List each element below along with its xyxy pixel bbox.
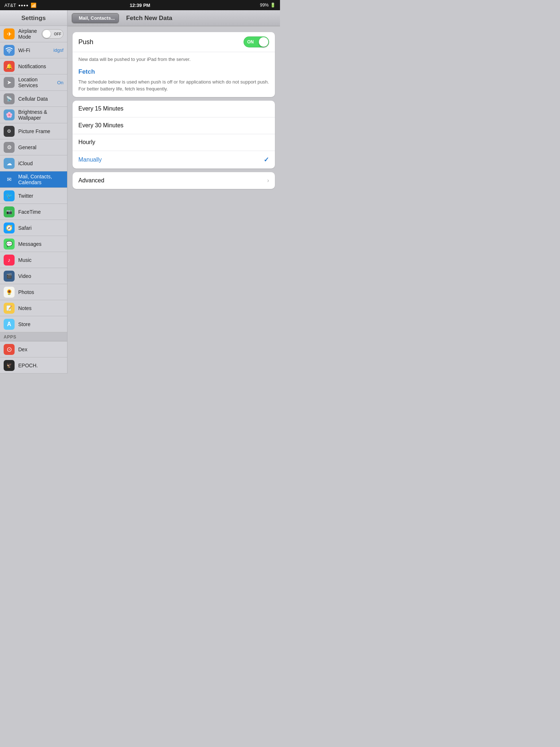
sidebar-item-label: Mail, Contacts, Calendars bbox=[18, 174, 63, 185]
sidebar-item-brightness-wallpaper[interactable]: 🌸 Brightness & Wallpaper bbox=[0, 107, 67, 123]
sidebar-item-epoch[interactable]: 🦅 EPOCH. bbox=[0, 357, 67, 374]
wifi-icon bbox=[4, 45, 15, 56]
sidebar-item-safari[interactable]: 🧭 Safari bbox=[0, 220, 67, 236]
mail-icon: ✉ bbox=[4, 174, 15, 185]
carrier-label: AT&T bbox=[4, 3, 16, 8]
sidebar-item-facetime[interactable]: 📷 FaceTime bbox=[0, 204, 67, 220]
sidebar-item-photos[interactable]: 🌻 Photos bbox=[0, 284, 67, 300]
sidebar-item-label: Airplane Mode bbox=[18, 28, 42, 40]
push-on-label: ON bbox=[247, 39, 254, 44]
sidebar-item-dex[interactable]: ⊙ Dex bbox=[0, 341, 67, 357]
fetch-option-every-30[interactable]: Every 30 Minutes bbox=[73, 117, 275, 134]
music-icon: ♪ bbox=[4, 255, 15, 266]
sidebar-item-twitter[interactable]: 🐦 Twitter bbox=[0, 188, 67, 204]
advanced-label: Advanced bbox=[78, 177, 267, 184]
fetch-option-label: Every 15 Minutes bbox=[78, 105, 269, 112]
fetch-option-hourly[interactable]: Hourly bbox=[73, 134, 275, 151]
sidebar-item-messages[interactable]: 💬 Messages bbox=[0, 236, 67, 252]
dex-icon: ⊙ bbox=[4, 344, 15, 355]
sidebar-item-label: Wi-Fi bbox=[18, 47, 52, 53]
advanced-card: Advanced › bbox=[73, 172, 275, 189]
sidebar-item-label: Cellular Data bbox=[18, 96, 63, 102]
status-time: 12:39 PM bbox=[130, 3, 150, 8]
content-body: Push ON New data will be pushed to your … bbox=[67, 26, 280, 374]
sidebar-item-notifications[interactable]: 🔔 Notifications bbox=[0, 58, 67, 74]
sidebar-item-label: Notifications bbox=[18, 63, 63, 69]
sidebar-item-label: Safari bbox=[18, 225, 63, 231]
status-left: AT&T ●●●● 📶 bbox=[4, 3, 36, 8]
chevron-right-icon: › bbox=[267, 177, 269, 184]
cellular-icon: 📡 bbox=[4, 93, 15, 104]
sidebar-item-label: Dex bbox=[18, 347, 63, 352]
location-icon: ➤ bbox=[4, 77, 15, 88]
store-icon: A bbox=[4, 319, 15, 330]
sidebar-item-icloud[interactable]: ☁ iCloud bbox=[0, 155, 67, 171]
sidebar-item-label: General bbox=[18, 144, 63, 150]
fetch-option-label-selected: Manually bbox=[78, 156, 264, 163]
fetch-heading: Fetch bbox=[73, 66, 275, 78]
safari-icon: 🧭 bbox=[4, 222, 15, 233]
sidebar-item-label: Brightness & Wallpaper bbox=[18, 109, 63, 121]
messages-icon: 💬 bbox=[4, 239, 15, 249]
fetch-options-card: Every 15 Minutes Every 30 Minutes Hourly… bbox=[73, 101, 275, 169]
toggle-knob bbox=[43, 30, 51, 38]
twitter-icon: 🐦 bbox=[4, 190, 15, 201]
fetch-option-every-15[interactable]: Every 15 Minutes bbox=[73, 101, 275, 117]
photos-icon: 🌻 bbox=[4, 287, 15, 298]
advanced-row[interactable]: Advanced › bbox=[73, 172, 275, 189]
picture-frame-icon: ⚙ bbox=[4, 126, 15, 137]
nav-back-button[interactable]: Mail, Contacts... bbox=[72, 13, 119, 23]
location-value: On bbox=[57, 80, 63, 85]
push-description: New data will be pushed to your iPad fro… bbox=[73, 52, 275, 66]
push-toggle[interactable]: ON bbox=[244, 36, 269, 47]
sidebar-item-store[interactable]: A Store bbox=[0, 316, 67, 332]
sidebar-item-label: Messages bbox=[18, 241, 63, 247]
battery-icon: 🔋 bbox=[270, 3, 276, 8]
airplane-mode-toggle[interactable]: OFF bbox=[42, 29, 63, 39]
sidebar-item-general[interactable]: ⚙ General bbox=[0, 139, 67, 155]
battery-percentage: 99% bbox=[260, 3, 269, 8]
sidebar-title: Settings bbox=[0, 10, 67, 26]
sidebar-item-wifi[interactable]: Wi-Fi idgsf bbox=[0, 42, 67, 58]
sidebar-item-cellular-data[interactable]: 📡 Cellular Data bbox=[0, 91, 67, 107]
fetch-option-manually[interactable]: Manually ✓ bbox=[73, 151, 275, 169]
fetch-description: The schedule below is used when push is … bbox=[73, 78, 275, 97]
sidebar-item-music[interactable]: ♪ Music bbox=[0, 252, 67, 268]
checkmark-icon: ✓ bbox=[264, 156, 269, 164]
icloud-icon: ☁ bbox=[4, 158, 15, 169]
toggle-off-label: OFF bbox=[54, 32, 61, 36]
push-row: Push ON bbox=[73, 32, 275, 52]
sidebar-item-label: iCloud bbox=[18, 160, 63, 166]
status-bar: AT&T ●●●● 📶 12:39 PM 99% 🔋 bbox=[0, 0, 280, 10]
sidebar-item-label: Location Services bbox=[18, 77, 56, 88]
sidebar-item-label: FaceTime bbox=[18, 209, 63, 215]
sidebar-item-label: Notes bbox=[18, 305, 63, 311]
sidebar-item-label: Photos bbox=[18, 289, 63, 295]
epoch-icon: 🦅 bbox=[4, 360, 15, 371]
sidebar-item-notes[interactable]: 📝 Notes bbox=[0, 300, 67, 316]
sidebar-item-airplane-mode[interactable]: ✈ Airplane Mode OFF bbox=[0, 26, 67, 42]
sidebar-item-label: Video bbox=[18, 273, 63, 279]
sidebar-item-label: EPOCH. bbox=[18, 363, 63, 368]
sidebar-item-video[interactable]: 🎬 Video bbox=[0, 268, 67, 284]
notes-icon: 📝 bbox=[4, 303, 15, 314]
sidebar-item-location-services[interactable]: ➤ Location Services On bbox=[0, 74, 67, 91]
sidebar-item-picture-frame[interactable]: ⚙ Picture Frame bbox=[0, 123, 67, 139]
brightness-icon: 🌸 bbox=[4, 109, 15, 120]
content-area: Mail, Contacts... Fetch New Data Push ON… bbox=[67, 10, 280, 374]
fetch-option-label: Every 30 Minutes bbox=[78, 122, 269, 129]
video-icon: 🎬 bbox=[4, 271, 15, 282]
main-layout: Settings ✈ Airplane Mode OFF Wi-Fi idgsf… bbox=[0, 10, 280, 374]
sidebar-item-label: Picture Frame bbox=[18, 128, 63, 134]
push-toggle-knob bbox=[259, 37, 268, 47]
status-right: 99% 🔋 bbox=[260, 3, 276, 8]
airplane-icon: ✈ bbox=[4, 28, 15, 39]
wifi-value: idgsf bbox=[54, 47, 63, 53]
facetime-icon: 📷 bbox=[4, 206, 15, 217]
notifications-icon: 🔔 bbox=[4, 61, 15, 72]
fetch-option-label: Hourly bbox=[78, 139, 269, 146]
push-card: Push ON New data will be pushed to your … bbox=[73, 32, 275, 97]
push-label: Push bbox=[78, 38, 244, 46]
nav-title: Fetch New Data bbox=[126, 15, 276, 22]
sidebar-item-mail-contacts-calendars[interactable]: ✉ Mail, Contacts, Calendars bbox=[0, 171, 67, 188]
